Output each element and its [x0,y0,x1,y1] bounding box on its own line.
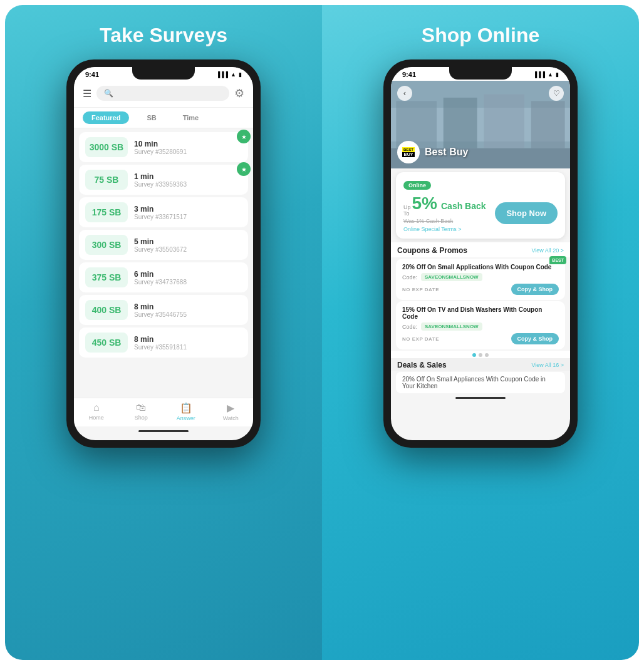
store-logo-area: BEST BUY Best Buy [397,141,468,163]
left-phone: 9:41 ▐▐▐ ▲ ▮ ☰ 🔍 ⚙ Featured SB Time [66,59,261,448]
coupon-item-wrap-2: 15% Off On TV and Dish Washers With Coup… [391,301,570,349]
survey-item[interactable]: 75 SB 1 min Survey #33959363 ★ [79,165,248,195]
coupons-title: Coupons & Promos [397,246,467,255]
status-time-left: 9:41 [85,71,99,78]
copy-shop-btn-2[interactable]: Copy & Shop [511,333,559,344]
sb-badge: 3000 SB [85,137,128,157]
survey-time: 10 min [134,140,242,148]
view-all-coupons[interactable]: View All 20 > [531,247,564,254]
settings-icon[interactable]: ⚙ [234,86,244,100]
coupon-code-label-2: Code: [402,324,417,330]
tab-sb[interactable]: SB [138,111,165,124]
survey-item[interactable]: 300 SB 5 min Survey #35503672 [79,230,248,260]
store-logo: BEST BUY [397,141,420,163]
survey-item[interactable]: 400 SB 8 min Survey #35446755 [79,295,248,325]
survey-id: Survey #33959363 [134,181,242,188]
cashback-info: Up To 5% Cash Back Was 1% Cash Back Onli… [403,193,486,232]
bottom-nav: ⌂ Home 🛍 Shop 📋 Answer ▶ Watch [74,398,253,426]
coupon-expiry-2: NO EXP DATE [402,336,439,342]
sb-badge: 450 SB [85,332,128,353]
nav-watch[interactable]: ▶ Watch [209,402,254,421]
signal-icon-r: ▐▐▐ [533,71,545,78]
cashback-card: Online Up To 5% Cash Back Was 1% Cash Ba… [396,172,565,239]
watch-icon: ▶ [227,402,234,414]
survey-id: Survey #35280691 [134,148,242,155]
home-indicator-right [455,397,506,399]
survey-item[interactable]: 175 SB 3 min Survey #33671517 [79,197,248,227]
nav-home[interactable]: ⌂ Home [74,402,119,421]
coupon-code-row-1: Code: SAVEONSMALLSNOW [402,273,559,281]
nav-watch-label: Watch [223,415,239,421]
survey-list: 3000 SB 10 min Survey #35280691 ★ 75 SB … [74,128,253,398]
survey-info: 5 min Survey #35503672 [134,237,242,253]
dots-row [391,351,570,358]
survey-info: 10 min Survey #35280691 [134,140,242,155]
coupon-code-row-2: Code: SAVEONSMALLSNOW [402,322,559,331]
right-panel-title: Shop Online [422,24,539,47]
favorite-button[interactable]: ♡ [549,86,564,101]
tab-time[interactable]: Time [174,111,207,124]
answer-icon: 📋 [180,402,192,414]
right-panel: Shop Online 9:41 ▐▐▐ ▲ ▮ [322,5,639,660]
survey-info: 6 min Survey #34737688 [134,270,242,286]
coupon-code-1: SAVEONSMALLSNOW [421,273,482,281]
best-badge-1: BEST [549,256,566,264]
survey-info: 1 min Survey #33959363 [134,172,242,188]
shop-icon: 🛍 [136,402,146,413]
nav-answer-label: Answer [177,415,195,421]
nav-shop[interactable]: 🛍 Shop [119,402,164,421]
store-name: Best Buy [425,147,468,158]
online-badge: Online [403,181,431,190]
survey-item[interactable]: 3000 SB 10 min Survey #35280691 ★ [79,132,248,162]
status-icons-left: ▐▐▐ ▲ ▮ [216,71,242,78]
hamburger-icon[interactable]: ☰ [83,88,91,100]
svg-rect-5 [531,101,565,148]
survey-id: Survey #34737688 [134,279,242,286]
survey-id: Survey #35591811 [134,344,242,351]
survey-info: 3 min Survey #33671517 [134,205,242,220]
survey-item[interactable]: 375 SB 6 min Survey #34737688 [79,262,248,292]
coupon-expiry-1: NO EXP DATE [402,287,439,292]
left-panel: Take Surveys 9:41 ▐▐▐ ▲ ▮ ☰ 🔍 ⚙ [5,5,322,660]
home-icon: ⌂ [93,402,100,413]
survey-id: Survey #35503672 [134,246,242,253]
sb-badge: 75 SB [85,170,128,190]
cashback-terms[interactable]: Online Special Terms > [403,226,486,232]
cashback-upto: Up To [403,204,411,217]
notch-right [449,67,512,80]
home-indicator-left [138,430,189,432]
status-icons-right: ▐▐▐ ▲ ▮ [533,71,559,78]
coupon-title-2: 15% Off On TV and Dish Washers With Coup… [402,306,559,320]
svg-rect-4 [484,95,524,148]
store-header: ‹ ♡ BEST BUY Best Buy [391,81,570,168]
shop-now-button[interactable]: Shop Now [495,202,558,224]
coupon-item-wrap-1: 20% Off On Small Applications With Coupo… [391,259,570,300]
survey-header: ☰ 🔍 ⚙ [74,81,253,108]
survey-id: Survey #35446755 [134,311,242,318]
notch-left [132,67,195,80]
battery-icon-r: ▮ [556,71,559,78]
back-button[interactable]: ‹ [397,86,412,101]
survey-info: 8 min Survey #35591811 [134,335,242,351]
survey-id: Survey #33671517 [134,214,242,220]
cashback-percent: 5% [412,193,437,214]
deals-item[interactable]: 20% Off On Small Appliances With Coupon … [396,372,565,393]
tab-featured[interactable]: Featured [83,111,129,124]
search-bar[interactable]: 🔍 [96,86,229,101]
survey-time: 1 min [134,172,242,181]
right-phone: 9:41 ▐▐▐ ▲ ▮ [383,59,578,448]
dot-1 [472,353,476,357]
copy-shop-btn-1[interactable]: Copy & Shop [511,284,559,295]
survey-item[interactable]: 450 SB 8 min Survey #35591811 [79,327,248,358]
view-all-deals[interactable]: View All 16 > [531,362,564,368]
nav-answer[interactable]: 📋 Answer [164,402,209,421]
dot-3 [485,353,489,357]
star-badge: ★ [237,130,251,143]
coupon-item-1: 20% Off On Small Applications With Coupo… [396,259,565,300]
nav-home-label: Home [89,415,104,421]
left-panel-title: Take Surveys [100,24,227,47]
coupons-section-header: Coupons & Promos View All 20 > [391,242,570,257]
coupon-item-2: 15% Off On TV and Dish Washers With Coup… [396,301,565,349]
wifi-icon-r: ▲ [548,71,553,78]
signal-icon: ▐▐▐ [216,71,228,78]
